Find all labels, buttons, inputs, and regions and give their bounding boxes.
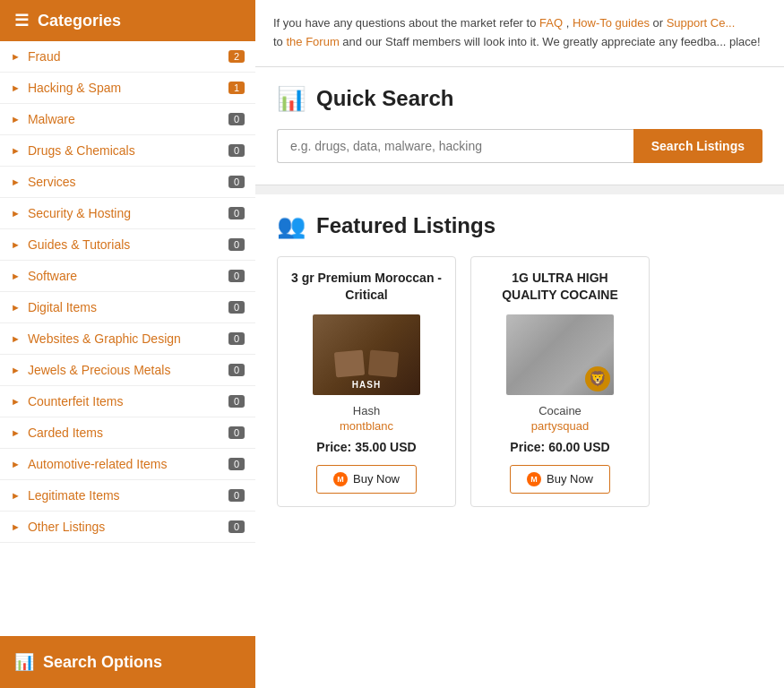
category-label: Fraud bbox=[28, 49, 228, 64]
listing-1-category: Hash bbox=[290, 404, 443, 417]
listing-1-seller[interactable]: montblanc bbox=[290, 419, 443, 433]
arrow-icon: ► bbox=[11, 145, 21, 156]
search-input[interactable] bbox=[277, 129, 633, 163]
listing-2-category: Cocaine bbox=[484, 404, 636, 417]
sidebar-item-digital-items[interactable]: ► Digital Items 0 bbox=[0, 292, 255, 323]
category-badge: 0 bbox=[228, 270, 245, 282]
listing-2-buy-button[interactable]: M Buy Now bbox=[510, 465, 610, 494]
sidebar-item-software[interactable]: ► Software 0 bbox=[0, 261, 255, 292]
listing-1-image: HASH bbox=[313, 314, 420, 395]
info-bar: If you have any questions about the mark… bbox=[255, 0, 784, 67]
quick-search-title: 📊 Quick Search bbox=[277, 85, 762, 113]
arrow-icon: ► bbox=[11, 51, 21, 62]
main-content: If you have any questions about the mark… bbox=[255, 0, 784, 688]
category-badge: 0 bbox=[228, 395, 245, 408]
sidebar-header: ☰ Categories bbox=[0, 0, 255, 41]
featured-listings-section: 👥 Featured Listings 3 gr Premium Morocca… bbox=[255, 194, 784, 688]
category-badge: 0 bbox=[228, 176, 245, 188]
sidebar-item-security-hosting[interactable]: ► Security & Hosting 0 bbox=[0, 198, 255, 229]
listing-2-buy-label: Buy Now bbox=[547, 472, 593, 486]
search-button[interactable]: Search Listings bbox=[633, 129, 762, 163]
arrow-icon: ► bbox=[11, 396, 21, 407]
cocaine-stamp: 🦁 bbox=[585, 366, 610, 391]
forum-link[interactable]: the Forum bbox=[286, 35, 339, 48]
arrow-icon: ► bbox=[11, 302, 21, 313]
listing-1-buy-button[interactable]: M Buy Now bbox=[316, 465, 417, 494]
arrow-icon: ► bbox=[11, 176, 21, 187]
info-comma: , bbox=[566, 16, 573, 30]
arrow-icon: ► bbox=[11, 365, 21, 375]
sidebar-item-services[interactable]: ► Services 0 bbox=[0, 167, 255, 198]
category-label: Counterfeit Items bbox=[28, 394, 228, 408]
category-badge: 0 bbox=[228, 364, 245, 376]
category-badge: 0 bbox=[228, 458, 245, 470]
support-link[interactable]: Support Ce... bbox=[667, 16, 736, 30]
quick-search-icon: 📊 bbox=[277, 85, 306, 113]
hash-block-2 bbox=[368, 349, 399, 377]
monero-icon-2: M bbox=[527, 472, 541, 486]
sidebar-header-label: Categories bbox=[38, 12, 121, 30]
featured-label: Featured Listings bbox=[316, 213, 495, 238]
listing-1-price: Price: 35.00 USD bbox=[290, 440, 443, 454]
search-options-icon: 📊 bbox=[14, 652, 34, 672]
sidebar-item-websites-graphic-design[interactable]: ► Websites & Graphic Design 0 bbox=[0, 323, 255, 355]
category-label: Automotive-related Items bbox=[28, 457, 228, 471]
sidebar: ☰ Categories ► Fraud 2 ► Hacking & Spam … bbox=[0, 0, 255, 688]
listing-2-image: 🦁 bbox=[506, 314, 614, 395]
sidebar-item-legitimate-items[interactable]: ► Legitimate Items 0 bbox=[0, 480, 255, 512]
category-badge: 0 bbox=[228, 520, 245, 533]
faq-link[interactable]: FAQ bbox=[539, 16, 563, 30]
category-label: Websites & Graphic Design bbox=[28, 331, 228, 346]
sidebar-item-hacking-spam[interactable]: ► Hacking & Spam 1 bbox=[0, 73, 255, 104]
arrow-icon: ► bbox=[11, 271, 21, 281]
category-label: Other Listings bbox=[28, 520, 228, 534]
listing-1-title: 3 gr Premium Moroccan - Critical bbox=[290, 270, 443, 305]
category-badge: 0 bbox=[228, 144, 245, 157]
listing-1-buy-label: Buy Now bbox=[353, 472, 400, 486]
arrow-icon: ► bbox=[11, 521, 21, 532]
search-row: Search Listings bbox=[277, 129, 762, 163]
category-label: Guides & Tutorials bbox=[28, 237, 228, 252]
category-badge: 0 bbox=[228, 113, 245, 125]
category-label: Services bbox=[28, 175, 228, 189]
sidebar-item-other-listings[interactable]: ► Other Listings 0 bbox=[0, 512, 255, 543]
quick-search-label: Quick Search bbox=[316, 86, 453, 111]
arrow-icon: ► bbox=[11, 490, 21, 501]
sidebar-item-counterfeit-items[interactable]: ► Counterfeit Items 0 bbox=[0, 386, 255, 417]
category-badge: 0 bbox=[228, 301, 245, 314]
category-list: ► Fraud 2 ► Hacking & Spam 1 ► Malware 0… bbox=[0, 41, 255, 636]
listing-2-seller[interactable]: partysquad bbox=[484, 419, 636, 433]
categories-icon: ☰ bbox=[14, 11, 29, 30]
category-label: Digital Items bbox=[28, 300, 228, 314]
sidebar-item-automotive-related[interactable]: ► Automotive-related Items 0 bbox=[0, 449, 255, 480]
category-badge: 0 bbox=[228, 489, 245, 502]
sidebar-item-fraud[interactable]: ► Fraud 2 bbox=[0, 41, 255, 73]
featured-title: 👥 Featured Listings bbox=[277, 212, 762, 240]
arrow-icon: ► bbox=[11, 82, 21, 93]
category-badge: 0 bbox=[228, 207, 245, 219]
sidebar-item-carded-items[interactable]: ► Carded Items 0 bbox=[0, 417, 255, 449]
category-badge: 0 bbox=[228, 238, 245, 251]
sidebar-item-jewels-precious-metals[interactable]: ► Jewels & Precious Metals 0 bbox=[0, 355, 255, 386]
info-text-before: If you have any questions about the mark… bbox=[273, 16, 539, 30]
arrow-icon: ► bbox=[11, 208, 21, 219]
category-label: Software bbox=[28, 269, 228, 283]
howto-link[interactable]: How-To guides bbox=[573, 16, 650, 30]
listing-card-2: 1G ULTRA HIGH QUALITY COCAINE 🦁 Cocaine … bbox=[470, 256, 650, 507]
arrow-icon: ► bbox=[11, 239, 21, 250]
sidebar-item-drugs-chemicals[interactable]: ► Drugs & Chemicals 0 bbox=[0, 135, 255, 167]
sidebar-item-malware[interactable]: ► Malware 0 bbox=[0, 104, 255, 135]
info-or: or bbox=[653, 16, 667, 30]
arrow-icon: ► bbox=[11, 427, 21, 438]
featured-grid: 3 gr Premium Moroccan - Critical HASH Ha… bbox=[277, 256, 762, 507]
search-options-label: Search Options bbox=[43, 653, 162, 672]
search-options-button[interactable]: 📊 Search Options bbox=[0, 636, 255, 688]
category-badge: 1 bbox=[228, 82, 245, 94]
featured-icon: 👥 bbox=[277, 212, 306, 240]
monero-icon-1: M bbox=[333, 472, 348, 486]
sidebar-item-guides-tutorials[interactable]: ► Guides & Tutorials 0 bbox=[0, 229, 255, 261]
hash-label: HASH bbox=[352, 380, 381, 390]
arrow-icon: ► bbox=[11, 333, 21, 344]
info-to: to bbox=[273, 35, 286, 48]
category-label: Malware bbox=[28, 112, 228, 126]
